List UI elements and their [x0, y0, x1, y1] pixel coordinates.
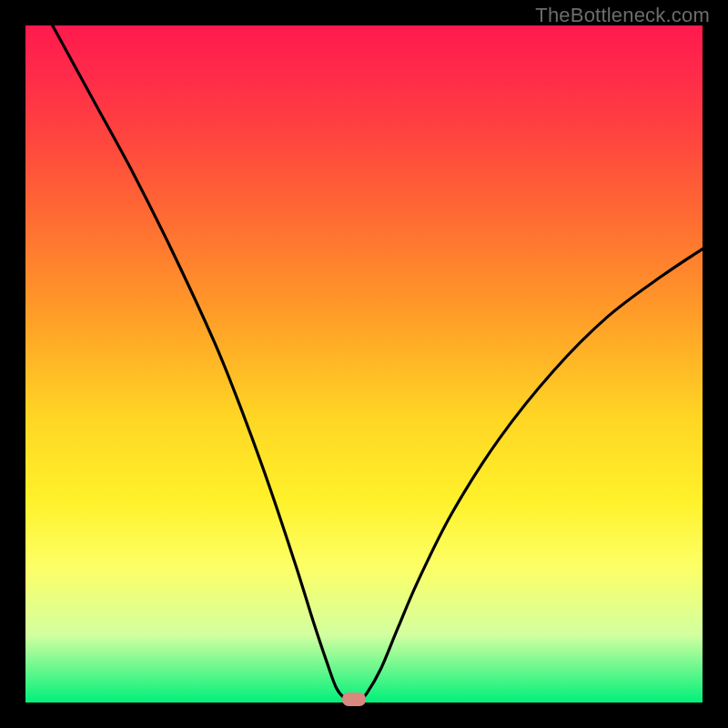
bottleneck-marker [342, 693, 366, 706]
curve-svg [25, 25, 703, 703]
bottleneck-curve [53, 25, 703, 700]
plot-area [25, 25, 703, 703]
chart-frame: TheBottleneck.com [0, 0, 728, 728]
watermark-text: TheBottleneck.com [535, 4, 710, 27]
